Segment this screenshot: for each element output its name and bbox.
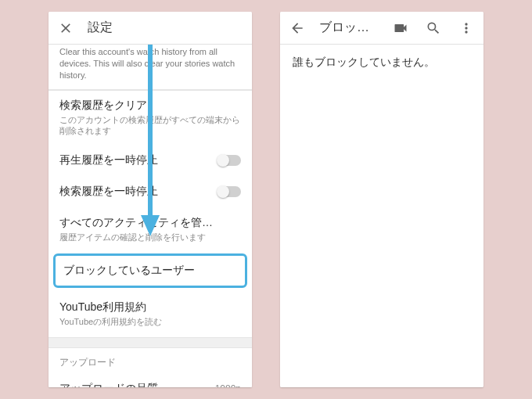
row-youtube-tos[interactable]: YouTube利用規約 YouTubeの利用規約を読む: [49, 293, 252, 336]
settings-title: 設定: [88, 20, 246, 36]
row-upload-quality[interactable]: アップロードの品質 1080p: [49, 374, 252, 387]
row-label: すべてのアクティビティを管…: [59, 216, 241, 230]
row-label: アップロードの品質: [59, 382, 209, 387]
blocked-empty-state: 誰もブロックしていません。: [280, 45, 483, 387]
row-pause-search-history[interactable]: 検索履歴を一時停止: [49, 177, 252, 208]
row-label: 検索履歴をクリア: [59, 99, 241, 113]
row-desc: 履歴アイテムの確認と削除を行います: [59, 232, 241, 243]
close-icon[interactable]: [55, 17, 77, 39]
row-label: 検索履歴を一時停止: [59, 185, 211, 199]
upload-quality-value: 1080p: [215, 383, 241, 387]
row-clear-search-history[interactable]: 検索履歴をクリア このアカウントの検索履歴がすべての端末から削除されます: [49, 91, 252, 146]
row-desc: このアカウントの検索履歴がすべての端末から削除されます: [59, 114, 241, 137]
row-desc: YouTubeの利用規約を読む: [59, 316, 241, 327]
blocked-users-screen: ブロックしているユー… 誰もブロックしていません。: [280, 12, 483, 387]
toggle-pause-watch[interactable]: [217, 155, 241, 166]
toggle-pause-search[interactable]: [217, 186, 241, 197]
watch-history-desc: Clear this account's watch history from …: [49, 45, 252, 90]
row-blocked-users[interactable]: ブロックしているユーザー: [53, 253, 247, 288]
video-icon[interactable]: [390, 17, 412, 39]
search-icon[interactable]: [422, 17, 444, 39]
row-label: ブロックしているユーザー: [63, 264, 237, 278]
blocked-empty-text: 誰もブロックしていません。: [293, 56, 435, 68]
settings-list[interactable]: Clear this account's watch history from …: [49, 45, 252, 387]
row-manage-activity[interactable]: すべてのアクティビティを管… 履歴アイテムの確認と削除を行います: [49, 208, 252, 252]
settings-screen: 設定 Clear this account's watch history fr…: [49, 12, 252, 387]
row-label: 再生履歴を一時停止: [59, 153, 211, 167]
row-label: YouTube利用規約: [59, 300, 241, 315]
blocked-appbar: ブロックしているユー…: [280, 12, 483, 45]
section-upload-header: アップロード: [49, 348, 252, 374]
blocked-title: ブロックしているユー…: [319, 20, 379, 36]
settings-appbar: 設定: [49, 12, 252, 45]
back-icon[interactable]: [286, 17, 308, 39]
more-icon[interactable]: [455, 17, 477, 39]
row-pause-watch-history[interactable]: 再生履歴を一時停止: [49, 146, 252, 177]
